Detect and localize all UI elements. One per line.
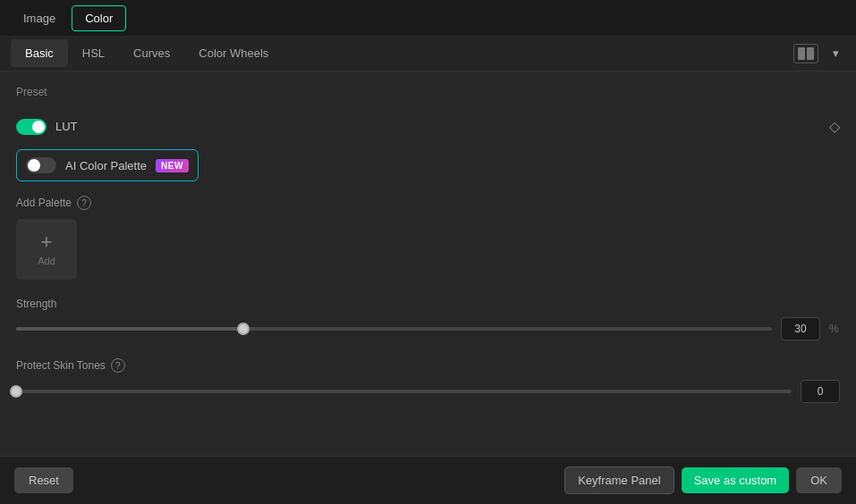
preset-label: Preset xyxy=(16,86,840,98)
protect-skin-track-bg xyxy=(16,390,792,393)
ai-color-palette-toggle-knob xyxy=(28,159,40,172)
color-menu[interactable]: Color xyxy=(72,5,126,31)
palette-add-button[interactable]: + Add xyxy=(16,219,77,280)
svg-rect-1 xyxy=(807,47,814,60)
protect-skin-slider-container: 0 xyxy=(16,380,840,403)
strength-value[interactable]: 30 xyxy=(781,317,820,340)
sub-tabs: Basic HSL Curves Color Wheels ▾ xyxy=(0,36,856,71)
strength-thumb[interactable] xyxy=(237,323,250,335)
strength-slider-container: 30 % xyxy=(16,317,840,340)
sub-tabs-right: ▾ xyxy=(793,44,845,63)
palette-items: + Add xyxy=(16,219,840,280)
strength-label-row: Strength xyxy=(16,298,840,310)
strength-label: Strength xyxy=(16,298,56,310)
strength-unit: % xyxy=(829,323,840,335)
protect-skin-label: Protect Skin Tones xyxy=(16,359,106,372)
ai-color-palette-toggle[interactable] xyxy=(26,157,56,173)
protect-skin-thumb[interactable] xyxy=(10,385,22,398)
tab-hsl[interactable]: HSL xyxy=(68,39,119,67)
bottom-right-buttons: Keyframe Panel Save as custom OK xyxy=(564,466,842,494)
diamond-icon: ◇ xyxy=(829,118,840,135)
palette-label: Add Palette xyxy=(16,197,72,209)
svg-rect-0 xyxy=(798,47,805,60)
add-palette-info-icon[interactable]: ? xyxy=(77,196,91,210)
protect-skin-label-row: Protect Skin Tones ? xyxy=(16,358,840,373)
protect-skin-slider-track[interactable] xyxy=(16,390,792,393)
keyframe-panel-button[interactable]: Keyframe Panel xyxy=(564,466,674,494)
palette-add-label: Add xyxy=(38,256,55,266)
lut-label: LUT xyxy=(55,120,78,133)
strength-fill xyxy=(16,327,243,331)
protect-skin-info-icon[interactable]: ? xyxy=(111,358,125,373)
tab-curves[interactable]: Curves xyxy=(119,39,184,67)
plus-icon: + xyxy=(41,232,53,252)
image-menu[interactable]: Image xyxy=(11,6,68,30)
split-view-icon[interactable] xyxy=(793,44,818,63)
palette-section-header: Add Palette ? xyxy=(16,196,840,210)
reset-button[interactable]: Reset xyxy=(14,467,73,493)
save-as-custom-button[interactable]: Save as custom xyxy=(682,467,790,493)
strength-slider-track[interactable] xyxy=(16,327,772,331)
protect-skin-section: Protect Skin Tones ? 0 xyxy=(16,358,840,403)
strength-section: Strength 30 % xyxy=(16,298,840,340)
ok-button[interactable]: OK xyxy=(796,467,842,493)
new-badge: NEW xyxy=(156,159,189,172)
lut-row: LUT ◇ xyxy=(16,111,840,142)
ai-color-palette-label: AI Color Palette xyxy=(65,159,147,172)
lut-toggle-knob xyxy=(32,121,45,133)
protect-skin-value[interactable]: 0 xyxy=(801,380,840,403)
chevron-down-icon[interactable]: ▾ xyxy=(826,44,845,63)
lut-toggle[interactable] xyxy=(16,119,47,135)
ai-color-palette-row: AI Color Palette NEW xyxy=(16,149,199,181)
main-content: Preset LUT ◇ AI Color Palette NEW Add Pa… xyxy=(0,71,856,456)
top-bar: Image Color xyxy=(0,0,856,36)
tab-color-wheels[interactable]: Color Wheels xyxy=(184,39,283,67)
palette-section: Add Palette ? + Add xyxy=(16,196,840,280)
bottom-bar: Reset Keyframe Panel Save as custom OK xyxy=(0,456,856,504)
tab-basic[interactable]: Basic xyxy=(11,39,68,67)
